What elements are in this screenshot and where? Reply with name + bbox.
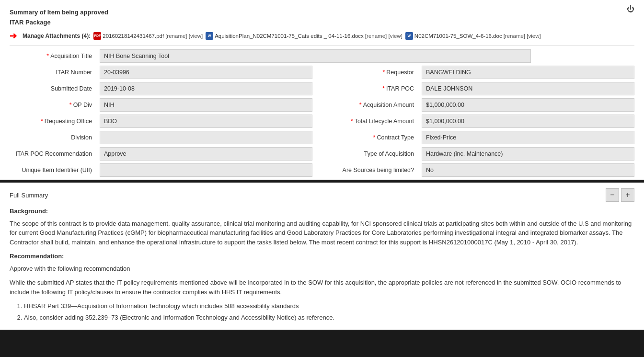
requesting-office-row: *Requesting Office <box>10 115 312 128</box>
total-lifecycle-input[interactable] <box>422 115 634 128</box>
itar-poc-recommendation-label: ITAR POC Recommendation <box>10 150 96 157</box>
attachment-3: W N02CM71001-75_SOW_4-6-16.doc [rename] … <box>405 32 541 40</box>
itar-number-row: ITAR Number <box>10 66 312 79</box>
requestor-label: *Requestor <box>332 69 418 76</box>
required-star-lifecycle: * <box>351 118 353 125</box>
total-lifecycle-row: *Total Lifecycle Amount <box>332 115 634 128</box>
recommendation-body: While the submitted AP states that the I… <box>10 278 634 297</box>
itar-poc-label: *ITAR POC <box>332 85 418 92</box>
attachment-actions-3[interactable]: [rename] [view] <box>504 33 541 39</box>
op-div-label: *OP Div <box>10 102 96 108</box>
submitted-date-label: Submitted Date <box>10 85 96 92</box>
required-star-requestor: * <box>382 69 385 76</box>
sources-limited-input[interactable] <box>422 163 634 177</box>
sources-limited-label: Are Sources being limited? <box>332 167 418 173</box>
zoom-in-button[interactable]: + <box>621 188 634 202</box>
unique-item-label: Unique Item Identifier (UII) <box>10 167 96 173</box>
op-div-input[interactable] <box>100 98 312 112</box>
summary-header: Summary of Item being approved <box>10 5 634 19</box>
unique-item-row: Unique Item Identifier (UII) <box>10 163 312 177</box>
itar-poc-recommendation-row: ITAR POC Recommendation <box>10 147 312 161</box>
division-input[interactable] <box>100 131 312 144</box>
form-grid: ITAR Number Submitted Date *OP Div *Requ… <box>10 66 634 180</box>
recommendation-heading: Recommendation: <box>10 252 634 261</box>
zoom-out-button[interactable]: − <box>606 188 619 202</box>
itar-package-label: ITAR Package <box>10 19 634 26</box>
bottom-section: Full Summary − + Background: The scope o… <box>0 183 644 330</box>
required-star-op-div: * <box>69 102 72 108</box>
type-of-acquisition-label: Type of Acquisition <box>332 150 418 157</box>
background-heading: Background: <box>10 207 634 216</box>
pdf-icon-1: PDF <box>93 32 101 40</box>
attachments-row: ➔ Manage Attachments (4): PDF 2016021814… <box>10 28 634 46</box>
itar-number-label: ITAR Number <box>10 69 96 76</box>
left-column: ITAR Number Submitted Date *OP Div *Requ… <box>10 66 322 180</box>
attachment-actions-1[interactable]: [rename] [view] <box>165 33 203 39</box>
list-item-2: Also, consider adding 352.239–73 (Electr… <box>24 313 634 322</box>
acquisition-amount-row: *Acquisition Amount <box>332 98 634 112</box>
attachment-actions-2[interactable]: [rename] [view] <box>365 33 402 39</box>
background-text: The scope of this contract is to provide… <box>10 219 634 247</box>
requesting-office-input[interactable] <box>100 115 312 128</box>
list-item-1: HHSAR Part 339—Acquisition of Informatio… <box>24 301 634 311</box>
contract-type-label: *Contract Type <box>332 134 418 141</box>
total-lifecycle-label: *Total Lifecycle Amount <box>332 118 418 125</box>
itar-poc-input[interactable] <box>422 82 634 95</box>
acquisition-title-input[interactable] <box>100 49 531 63</box>
zoom-controls: − + <box>606 188 634 202</box>
attachment-2: W AquisitionPlan_N02CM71001-75_Cats edit… <box>206 32 402 40</box>
op-div-row: *OP Div <box>10 98 312 112</box>
itar-poc-recommendation-input[interactable] <box>100 147 312 161</box>
acquisition-amount-label: *Acquisition Amount <box>332 102 418 108</box>
submitted-date-row: Submitted Date <box>10 82 312 95</box>
required-star-acq-amount: * <box>359 102 362 108</box>
acquisition-amount-input[interactable] <box>422 98 634 112</box>
right-column: *Requestor *ITAR POC *Acquisition Amount… <box>322 66 634 180</box>
contract-type-row: *Contract Type <box>332 131 634 144</box>
attachment-filename-1: 20160218142431467.pdf <box>103 33 164 39</box>
itar-poc-row: *ITAR POC <box>332 82 634 95</box>
division-row: Division <box>10 131 312 144</box>
attachment-filename-3: N02CM71001-75_SOW_4-6-16.doc <box>414 33 502 39</box>
acquisition-title-label: *Acquisition Title <box>10 53 96 59</box>
itar-number-input[interactable] <box>100 66 312 79</box>
power-icon[interactable]: ⏻ <box>627 5 634 13</box>
contract-type-input[interactable] <box>422 131 634 144</box>
docx-icon-2: W <box>206 32 213 40</box>
sources-limited-row: Are Sources being limited? <box>332 163 634 177</box>
division-label: Division <box>10 134 96 141</box>
required-star-acquisition: * <box>46 53 49 59</box>
required-star-requesting-office: * <box>41 118 43 125</box>
full-summary-header: Full Summary − + <box>10 188 634 202</box>
submitted-date-input[interactable] <box>100 82 312 95</box>
type-of-acquisition-input[interactable] <box>422 147 634 161</box>
manage-attachments-label: Manage Attachments (4): <box>23 33 91 39</box>
summary-content: Background: The scope of this contract i… <box>10 207 634 322</box>
unique-item-input[interactable] <box>100 163 312 177</box>
attachment-filename-2: AquisitionPlan_N02CM71001-75_Cats edits … <box>215 33 364 39</box>
acquisition-title-row: *Acquisition Title <box>10 49 634 63</box>
requestor-row: *Requestor <box>332 66 634 79</box>
full-summary-title: Full Summary <box>10 192 48 199</box>
required-star-contract-type: * <box>373 134 376 141</box>
requesting-office-label: *Requesting Office <box>10 118 96 125</box>
docx-icon-3: W <box>405 32 413 40</box>
recommendation-list: HHSAR Part 339—Acquisition of Informatio… <box>24 301 634 322</box>
requestor-input[interactable] <box>422 66 634 79</box>
recommendation-intro: Approve with the following recommendatio… <box>10 264 634 274</box>
arrow-icon: ➔ <box>10 31 17 41</box>
type-of-acquisition-row: Type of Acquisition <box>332 147 634 161</box>
required-star-itar-poc: * <box>382 85 385 92</box>
attachment-1: PDF 20160218142431467.pdf [rename] [view… <box>93 32 203 40</box>
